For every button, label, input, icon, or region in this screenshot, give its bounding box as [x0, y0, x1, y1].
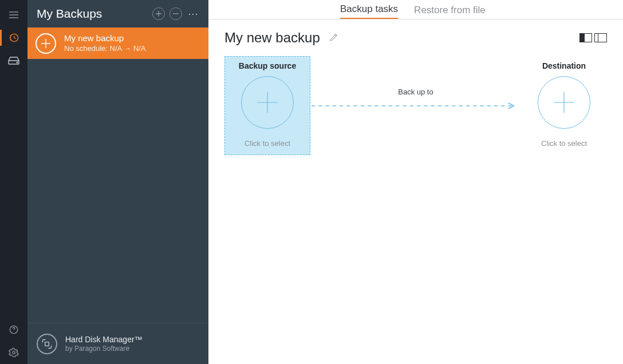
backup-history-icon[interactable]	[0, 26, 27, 49]
backup-item-subtitle: No schedule: N/A → N/A	[64, 44, 145, 53]
icon-rail	[0, 0, 27, 364]
main-panel: Backup tasks Restore from file My new ba…	[208, 0, 623, 364]
plus-icon	[36, 33, 56, 54]
tabs: Backup tasks Restore from file	[208, 0, 623, 19]
more-options-icon[interactable]: ⋯	[187, 7, 200, 20]
sidebar-header: My Backups ⋯	[27, 0, 208, 27]
view-mode-list[interactable]	[594, 33, 607, 42]
sidebar-title: My Backups	[37, 7, 152, 21]
menu-icon[interactable]	[0, 3, 27, 26]
arrow-label: Back up to	[398, 88, 433, 96]
add-backup-button[interactable]	[152, 7, 165, 20]
help-icon[interactable]	[0, 318, 27, 341]
sidebar-footer[interactable]: Hard Disk Manager™ by Paragon Software	[27, 323, 208, 364]
svg-rect-5	[45, 342, 49, 346]
backup-list-item[interactable]: My new backup No schedule: N/A → N/A	[27, 27, 208, 59]
product-vendor: by Paragon Software	[65, 345, 143, 354]
plus-icon	[241, 76, 294, 129]
edit-name-icon[interactable]	[329, 33, 338, 43]
tab-restore-from-file[interactable]: Restore from file	[414, 5, 486, 19]
svg-point-4	[13, 351, 15, 354]
product-title: Hard Disk Manager™	[65, 334, 143, 345]
product-icon	[37, 334, 57, 354]
view-mode-cards[interactable]	[579, 33, 592, 42]
view-toggle	[579, 33, 607, 42]
source-title: Backup source	[228, 61, 306, 70]
plus-icon	[538, 76, 590, 129]
destination-card[interactable]: Destination Click to select	[521, 57, 607, 155]
page-title: My new backup	[224, 30, 320, 46]
settings-icon[interactable]	[0, 341, 27, 364]
tab-backup-tasks[interactable]: Backup tasks	[340, 3, 398, 19]
sidebar: My Backups ⋯ My new backup No schedule: …	[27, 0, 208, 364]
destination-title: Destination	[525, 61, 604, 70]
backup-source-card[interactable]: Backup source Click to select	[224, 56, 310, 155]
flow-arrow: Back up to	[310, 72, 521, 140]
backup-item-title: My new backup	[64, 33, 145, 44]
remove-backup-button[interactable]	[169, 7, 182, 20]
svg-point-2	[17, 62, 18, 63]
disk-icon[interactable]	[0, 49, 27, 72]
backup-flow: Backup source Click to select Back up to…	[224, 56, 607, 155]
source-hint: Click to select	[228, 139, 306, 148]
content-header: My new backup	[224, 30, 607, 46]
destination-hint: Click to select	[525, 139, 604, 148]
